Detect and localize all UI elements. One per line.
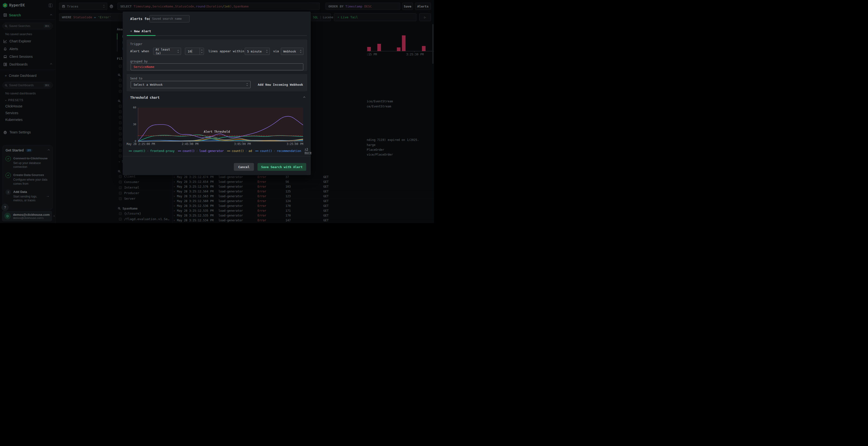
name-placeholder: Saved search name (152, 17, 182, 21)
chevron-updown-icon (178, 50, 179, 53)
legend-item: count()·frontend-proxy (129, 149, 175, 153)
window-select[interactable]: 5 minute (245, 48, 270, 55)
chevron-updown-icon (247, 83, 248, 86)
webhook-select[interactable]: Select a Webhook (131, 81, 250, 88)
threshold-chart-title: Threshold chart (130, 96, 160, 99)
plus-icon: + (130, 29, 132, 33)
x-axis-label: 3:25:00 PM (287, 142, 303, 146)
grouped-by-label: grouped by (130, 60, 148, 63)
x-axis-label: May 28 2:25:00 PM (127, 142, 155, 146)
legend-more-link[interactable]: +3 more (305, 148, 311, 155)
webhook-select-value: Select a Webhook (133, 83, 162, 87)
saved-search-name-input[interactable]: Saved search name (150, 15, 189, 23)
legend-swatch (255, 151, 258, 151)
tab-underline (127, 35, 307, 36)
add-webhook-button[interactable]: Add New Incoming Webhook (258, 83, 303, 87)
legend-swatch (227, 151, 230, 151)
chevron-updown-icon (267, 50, 268, 53)
grouped-by-input[interactable]: ServiceName (131, 63, 303, 70)
save-search-with-alert-button[interactable]: Save Search with Alert (257, 163, 306, 171)
channel-select[interactable]: Webhook (281, 48, 304, 55)
window-value: 5 minute (247, 49, 261, 53)
legend-swatch (129, 151, 132, 151)
grouped-by-value: ServiceName (133, 65, 154, 69)
send-to-panel: Send to Select a Webhook Add New Incomin… (127, 74, 307, 91)
legend-item: count()·ad (227, 149, 252, 153)
chart-legend: count()·frontend-proxycount()·load-gener… (129, 148, 311, 155)
send-to-label: Send to (130, 77, 143, 80)
trigger-label: Trigger (130, 42, 143, 46)
modal-title: Alerts for (130, 17, 151, 21)
threshold-value: 10 (185, 48, 191, 55)
legend-item: count()·recommendation (255, 149, 301, 153)
legend-item: count()·load-generator (178, 149, 224, 153)
cancel-button[interactable]: Cancel (234, 163, 254, 171)
x-axis-label: 2:45:00 PM (182, 142, 198, 146)
tab-label: New Alert (134, 29, 151, 33)
y-tick-60: 60 (130, 106, 136, 109)
channel-value: Webhook (283, 49, 296, 53)
alert-when-text: Alert when (130, 48, 149, 55)
chevron-updown-icon (300, 50, 301, 53)
legend-swatch (178, 151, 181, 151)
alert-modal: Alerts for Saved search name + New Alert… (123, 11, 311, 175)
condition-value: At least (≥) (156, 48, 176, 55)
via-text: via (273, 48, 279, 55)
condition-select[interactable]: At least (≥) (153, 48, 181, 55)
alert-threshold-label: Alert Threshold (204, 130, 230, 133)
threshold-chart[interactable] (138, 108, 303, 143)
number-spinner[interactable] (199, 48, 204, 55)
text-cursor (192, 49, 192, 53)
x-axis-label: 3:05:00 PM (234, 142, 251, 146)
trigger-panel: Trigger Alert when At least (≥) 10 lines… (127, 39, 307, 71)
collapse-chart-icon[interactable] (303, 97, 305, 99)
tab-new-alert[interactable]: + New Alert (130, 29, 151, 33)
y-tick-30: 30 (130, 123, 136, 126)
threshold-input[interactable]: 10 (185, 48, 204, 55)
lines-appear-text: lines appear within (208, 48, 244, 55)
